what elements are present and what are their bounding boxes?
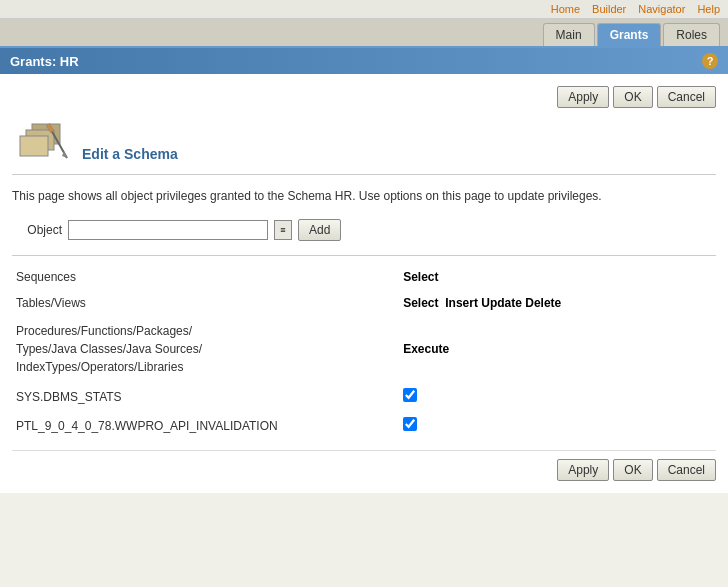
grant-object-name: SYS.DBMS_STATS [12, 382, 399, 411]
object-browse-button[interactable]: ≡ [274, 220, 292, 240]
schema-header: Edit a Schema [12, 112, 716, 175]
divider-1 [12, 255, 716, 256]
grant-object-name: Sequences [12, 264, 399, 290]
table-row: PTL_9_0_4_0_78.WWPRO_API_INVALIDATION [12, 411, 716, 440]
top-navigation: Home Builder Navigator Help [0, 0, 728, 19]
bottom-apply-button[interactable]: Apply [557, 459, 609, 481]
navigator-link[interactable]: Navigator [638, 3, 685, 15]
tab-grants[interactable]: Grants [597, 23, 662, 46]
top-apply-button[interactable]: Apply [557, 86, 609, 108]
schema-logo [12, 116, 82, 171]
bottom-ok-button[interactable]: OK [613, 459, 652, 481]
schema-icon-container [12, 116, 72, 166]
page-header: Grants: HR ? [0, 48, 728, 74]
tab-roles[interactable]: Roles [663, 23, 720, 46]
top-ok-button[interactable]: OK [613, 86, 652, 108]
grants-table: Sequences Select Tables/Views Select Ins… [12, 264, 716, 440]
table-row: SYS.DBMS_STATS [12, 382, 716, 411]
svg-rect-2 [20, 136, 48, 156]
table-row: Sequences Select [12, 264, 716, 290]
top-action-bar: Apply OK Cancel [12, 82, 716, 112]
table-row: Procedures/Functions/Packages/ Types/Jav… [12, 316, 716, 382]
add-button[interactable]: Add [298, 219, 341, 241]
page-title: Grants: HR [10, 54, 79, 69]
object-input[interactable] [68, 220, 268, 240]
schema-edit-title: Edit a Schema [82, 146, 178, 166]
tab-main[interactable]: Main [543, 23, 595, 46]
home-link[interactable]: Home [551, 3, 580, 15]
grant-object-name: Procedures/Functions/Packages/ Types/Jav… [12, 316, 399, 382]
bottom-action-bar: Apply OK Cancel [12, 450, 716, 485]
grant-privileges: Select Insert Update Delete [399, 290, 716, 316]
content-area: Apply OK Cancel Edit a Schema This page … [0, 74, 728, 493]
grant-object-name: Tables/Views [12, 290, 399, 316]
grant-privileges: Select [399, 264, 716, 290]
object-label: Object [12, 223, 62, 237]
grant-object-name: PTL_9_0_4_0_78.WWPRO_API_INVALIDATION [12, 411, 399, 440]
help-link[interactable]: Help [697, 3, 720, 15]
builder-link[interactable]: Builder [592, 3, 626, 15]
ptl-api-invalidation-checkbox[interactable] [403, 417, 417, 431]
tab-bar: Main Grants Roles [0, 19, 728, 48]
grant-checkbox-cell [399, 382, 716, 411]
bottom-cancel-button[interactable]: Cancel [657, 459, 716, 481]
page-description: This page shows all object privileges gr… [12, 187, 716, 205]
object-input-row: Object ≡ Add [12, 219, 716, 241]
top-cancel-button[interactable]: Cancel [657, 86, 716, 108]
sys-dbms-stats-checkbox[interactable] [403, 388, 417, 402]
grant-checkbox-cell [399, 411, 716, 440]
grant-privileges: Execute [399, 316, 716, 382]
table-row: Tables/Views Select Insert Update Delete [12, 290, 716, 316]
help-icon[interactable]: ? [702, 53, 718, 69]
